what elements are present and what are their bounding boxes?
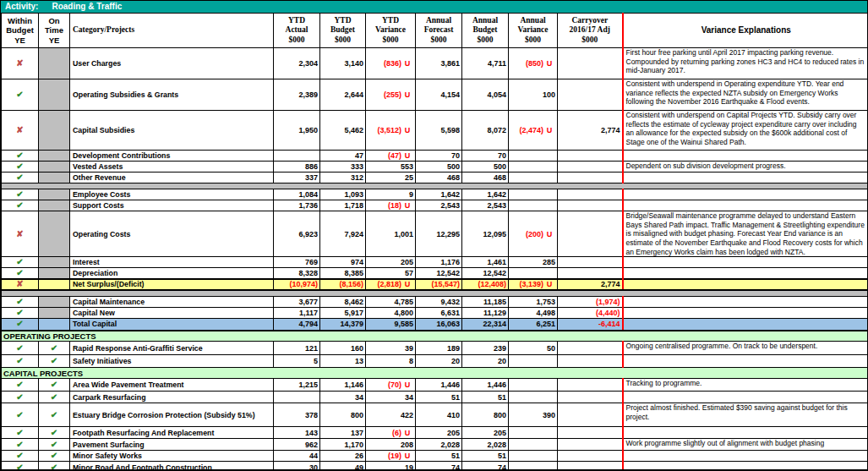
annual-budget-cell[interactable]: 468 xyxy=(462,173,509,183)
variance-explanation-cell[interactable] xyxy=(623,189,868,200)
carryover-cell[interactable] xyxy=(558,211,623,257)
carryover-cell[interactable] xyxy=(558,162,623,173)
on-time-cell[interactable] xyxy=(39,308,70,319)
variance-explanation-cell[interactable] xyxy=(623,392,868,403)
ytd-actual-cell[interactable]: 2,304 xyxy=(274,48,320,79)
ytd-actual-cell[interactable]: 378 xyxy=(274,403,320,427)
annual-forecast-cell[interactable]: 410 xyxy=(416,403,462,427)
within-budget-cell[interactable]: ✔ xyxy=(2,189,39,200)
ytd-actual-cell[interactable]: 962 xyxy=(274,439,320,451)
ytd-actual-cell[interactable]: 4,794 xyxy=(274,319,320,331)
ytd-variance-cell[interactable]: (2,818)U xyxy=(366,279,416,290)
annual-forecast-cell[interactable]: 2,543 xyxy=(416,200,462,211)
variance-explanation-cell[interactable] xyxy=(623,451,868,462)
within-budget-cell[interactable]: ✘ xyxy=(2,111,39,151)
variance-explanation-cell[interactable] xyxy=(623,462,868,471)
variance-explanation-cell[interactable] xyxy=(623,427,868,439)
annual-budget-cell[interactable]: 4,054 xyxy=(462,79,509,111)
ytd-variance-cell[interactable]: 9 xyxy=(366,189,416,200)
ytd-actual-cell[interactable]: 769 xyxy=(274,257,320,268)
ytd-variance-cell[interactable]: 57 xyxy=(366,268,416,279)
category-cell[interactable]: Estuary Bridge Corrosion Protection (Sub… xyxy=(70,403,274,427)
ytd-actual-cell[interactable]: 2,389 xyxy=(274,79,320,111)
annual-forecast-cell[interactable]: 12,295 xyxy=(416,211,462,257)
annual-variance-cell[interactable] xyxy=(509,392,558,403)
category-cell[interactable]: Depreciation xyxy=(70,268,274,279)
carryover-cell[interactable] xyxy=(558,189,623,200)
within-budget-cell[interactable]: ✔ xyxy=(2,151,39,162)
ytd-variance-cell[interactable]: 4,800 xyxy=(366,308,416,319)
annual-budget-cell[interactable]: 500 xyxy=(462,162,509,173)
within-budget-cell[interactable]: ✔ xyxy=(2,173,39,183)
annual-budget-cell[interactable]: 51 xyxy=(462,451,509,462)
annual-variance-cell[interactable]: 285 xyxy=(509,257,558,268)
annual-variance-cell[interactable] xyxy=(509,379,558,392)
within-budget-cell[interactable]: ✔ xyxy=(2,257,39,268)
annual-budget-cell[interactable]: 1,446 xyxy=(462,379,509,392)
carryover-cell[interactable] xyxy=(558,257,623,268)
annual-budget-cell[interactable]: 1,642 xyxy=(462,189,509,200)
annual-variance-cell[interactable]: (3,139)U xyxy=(509,279,558,290)
variance-explanation-cell[interactable] xyxy=(623,355,868,368)
annual-forecast-cell[interactable]: 51 xyxy=(416,392,462,403)
within-budget-cell[interactable]: ✔ xyxy=(2,297,39,308)
carryover-cell[interactable]: 2,774 xyxy=(558,111,623,151)
within-budget-cell[interactable]: ✘ xyxy=(2,211,39,257)
category-cell[interactable]: Capital Maintenance xyxy=(70,297,274,308)
on-time-cell[interactable] xyxy=(39,200,70,211)
annual-forecast-cell[interactable]: 3,861 xyxy=(416,48,462,79)
category-cell[interactable]: Carpark Resurfacing xyxy=(70,392,274,403)
category-cell[interactable]: Rapid Response Anti-Graffiti Service xyxy=(70,342,274,355)
category-cell[interactable]: Minor Safety Works xyxy=(70,451,274,462)
carryover-cell[interactable] xyxy=(558,427,623,439)
ytd-variance-cell[interactable]: 19 xyxy=(366,462,416,471)
category-cell[interactable]: Safety Initiatives xyxy=(70,355,274,368)
annual-variance-cell[interactable] xyxy=(509,200,558,211)
carryover-cell[interactable] xyxy=(558,151,623,162)
ytd-actual-cell[interactable]: 1,215 xyxy=(274,379,320,392)
annual-budget-cell[interactable]: 74 xyxy=(462,462,509,471)
within-budget-cell[interactable]: ✔ xyxy=(2,392,39,403)
carryover-cell[interactable] xyxy=(558,355,623,368)
carryover-cell[interactable]: (1,974) xyxy=(558,297,623,308)
annual-variance-cell[interactable] xyxy=(509,462,558,471)
on-time-cell[interactable] xyxy=(39,211,70,257)
ytd-actual-cell[interactable]: 337 xyxy=(274,173,320,183)
on-time-cell[interactable] xyxy=(39,173,70,183)
annual-forecast-cell[interactable]: 5,598 xyxy=(416,111,462,151)
carryover-cell[interactable] xyxy=(558,403,623,427)
ytd-variance-cell[interactable]: 39 xyxy=(366,342,416,355)
ytd-variance-cell[interactable]: 208 xyxy=(366,439,416,451)
ytd-variance-cell[interactable]: (3,512)U xyxy=(366,111,416,151)
on-time-cell[interactable]: ✔ xyxy=(39,355,70,368)
ytd-budget-cell[interactable]: 34 xyxy=(320,392,366,403)
carryover-cell[interactable] xyxy=(558,439,623,451)
annual-variance-cell[interactable]: (2,474)U xyxy=(509,111,558,151)
variance-explanation-cell[interactable] xyxy=(623,173,868,183)
annual-variance-cell[interactable]: (850)U xyxy=(509,48,558,79)
on-time-cell[interactable]: ✔ xyxy=(39,462,70,471)
ytd-budget-cell[interactable]: 137 xyxy=(320,427,366,439)
carryover-cell[interactable]: -6,414 xyxy=(558,319,623,331)
ytd-actual-cell[interactable]: 121 xyxy=(274,342,320,355)
carryover-cell[interactable]: (4,440) xyxy=(558,308,623,319)
ytd-budget-cell[interactable]: 3,140 xyxy=(320,48,366,79)
variance-explanation-cell[interactable] xyxy=(623,268,868,279)
ytd-variance-cell[interactable]: (255)U xyxy=(366,79,416,111)
annual-budget-cell[interactable]: 800 xyxy=(462,403,509,427)
ytd-budget-cell[interactable]: 5,917 xyxy=(320,308,366,319)
variance-explanation-cell[interactable] xyxy=(623,151,868,162)
ytd-variance-cell[interactable]: 4,785 xyxy=(366,297,416,308)
ytd-variance-cell[interactable]: 422 xyxy=(366,403,416,427)
ytd-actual-cell[interactable] xyxy=(274,151,320,162)
category-cell[interactable]: Operating Costs xyxy=(70,211,274,257)
category-cell[interactable]: Pavement Surfacing xyxy=(70,439,274,451)
ytd-variance-cell[interactable]: (47)U xyxy=(366,151,416,162)
ytd-actual-cell[interactable]: 3,677 xyxy=(274,297,320,308)
variance-explanation-cell[interactable]: Work programme slightly out of alignment… xyxy=(623,439,868,451)
ytd-actual-cell[interactable]: 6,923 xyxy=(274,211,320,257)
ytd-variance-cell[interactable]: 34 xyxy=(366,392,416,403)
variance-explanation-cell[interactable]: Ongoing centralised programme. On track … xyxy=(623,342,868,355)
ytd-actual-cell[interactable]: 886 xyxy=(274,162,320,173)
category-cell[interactable]: Development Contributions xyxy=(70,151,274,162)
